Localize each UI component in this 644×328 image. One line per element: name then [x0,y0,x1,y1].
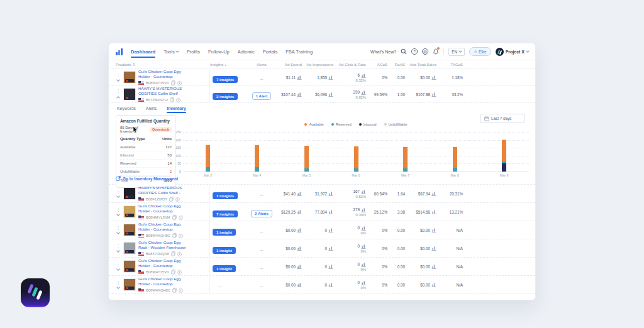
copy-icon[interactable] [172,288,177,293]
drag-handle-icon[interactable]: ⋮ [116,74,121,77]
mini-chart-icon[interactable] [361,73,366,78]
mini-chart-icon[interactable] [328,264,333,269]
copy-icon[interactable] [171,80,175,85]
info-icon[interactable] [176,98,180,102]
expand-chevron-icon[interactable] [116,96,120,100]
nav-item-adtomic[interactable]: Adtomic [238,44,255,60]
app-logo-icon[interactable] [115,48,123,56]
product-title-link[interactable]: Gui's Chicken Coop Egg Holder - Countert… [138,276,190,287]
copy-icon[interactable] [170,97,174,102]
column-header-ads-total-sales[interactable]: Ads Total Sales [409,62,440,67]
drag-handle-icon[interactable]: ⋮ [116,281,121,284]
insights-button[interactable]: 2 insights [213,93,238,100]
mini-chart-icon[interactable] [297,282,302,287]
mini-chart-icon[interactable] [361,226,366,231]
alerts-button[interactable]: 2 Alerts [251,210,272,217]
product-title-link[interactable]: HAARY'S MYSTERIOUS ODDITIES Coffin Shelf… [138,185,190,195]
mini-chart-icon[interactable] [361,280,366,285]
support-icon[interactable]: @ [422,48,428,55]
product-thumbnail[interactable] [123,71,136,84]
search-icon[interactable] [401,48,407,55]
product-title-link[interactable]: Gui's Chicken Coop Egg Rack - Wooden Far… [138,240,190,250]
info-icon[interactable] [177,81,182,85]
product-thumbnail[interactable] [123,260,136,273]
mini-chart-icon[interactable] [328,282,333,287]
mini-chart-icon[interactable] [328,209,333,214]
column-header-alerts[interactable]: Alerts [247,62,277,67]
insights-button[interactable]: 1 insight [213,265,236,272]
mini-chart-icon[interactable] [361,189,366,194]
drag-handle-icon[interactable]: ⋮ [116,263,121,266]
mini-chart-icon[interactable] [431,92,436,97]
bar-reserved-mar-7[interactable] [403,168,408,172]
nav-item-fba-training[interactable]: FBA Training [286,44,313,60]
tab-inventory[interactable]: Inventory [167,104,186,113]
product-thumbnail[interactable] [123,242,136,254]
tab-keywords[interactable]: Keywords [117,104,136,113]
copy-icon[interactable] [171,270,175,275]
bar-available-mar-8[interactable] [453,147,457,168]
column-header-ad-impressions[interactable]: Ad Impressions [306,62,337,67]
bar-available-mar-7[interactable] [403,147,408,169]
expand-chevron-icon[interactable] [116,78,120,82]
product-title-link[interactable]: Gui's Chicken Coop Egg Holder - Countert… [138,222,190,232]
plan-badge[interactable]: ☆Elite [469,47,491,56]
mini-chart-icon[interactable] [361,244,366,249]
alerts-button[interactable]: 1 Alert [252,92,271,100]
insights-button[interactable]: 7 insights [213,192,238,199]
insights-button[interactable]: 1 insight [213,229,236,236]
copy-icon[interactable] [172,233,177,238]
column-header-products[interactable]: Products ⇅ [116,62,210,67]
column-header-acos[interactable]: ACoS [370,62,391,67]
bar-available-mar-6[interactable] [354,146,358,168]
drag-handle-icon[interactable]: ⋮ [116,190,121,193]
mini-chart-icon[interactable] [431,191,436,196]
bar-reserved-mar-8[interactable] [453,168,457,172]
mini-chart-icon[interactable] [297,209,302,214]
mini-chart-icon[interactable] [361,90,366,95]
help-icon[interactable]: ? [411,48,418,55]
expand-chevron-icon[interactable] [116,267,120,271]
product-thumbnail[interactable] [123,187,136,200]
bar-available-mar-9[interactable] [502,139,506,161]
info-icon[interactable] [179,234,183,238]
mini-chart-icon[interactable] [361,262,366,267]
mini-chart-icon[interactable] [328,75,333,80]
expand-chevron-icon[interactable] [116,285,120,289]
drag-handle-icon[interactable]: ⋮ [116,226,121,229]
column-header-tacos[interactable]: TACoS [440,62,467,67]
date-range-select[interactable]: Last 7 days [480,114,525,123]
expand-chevron-icon[interactable] [116,231,120,234]
language-select[interactable]: EN [448,48,465,56]
sort-desc-icon[interactable]: ↓ [225,62,226,67]
product-title-link[interactable]: Gui's Chicken Coop Egg Holder - Countert… [138,69,190,79]
info-icon[interactable] [179,288,183,293]
bar-reserved-mar-6[interactable] [354,168,358,172]
legend-item-available[interactable]: Available [304,123,323,126]
sort-icon[interactable]: ⇅ [132,62,135,67]
inventory-management-link[interactable]: Go to Inventory Management [116,176,178,181]
insights-button[interactable]: 7 insights [213,76,238,83]
mini-chart-icon[interactable] [431,75,436,80]
expand-chevron-icon[interactable] [116,249,120,253]
mini-chart-icon[interactable] [431,264,436,269]
bar-unfulfillable-mar-9[interactable] [502,139,506,140]
product-title-link[interactable]: Gui's Chicken Coop Egg Holder - Countert… [138,204,190,214]
info-icon[interactable] [177,270,182,275]
legend-item-unfulfillable[interactable]: Unfulfillable [384,123,408,126]
mini-chart-icon[interactable] [328,227,333,232]
bar-available-mar-4[interactable] [255,145,259,167]
bar-reserved-mar-9[interactable] [502,161,506,164]
mini-chart-icon[interactable] [431,282,436,287]
expand-chevron-icon[interactable] [116,212,120,216]
nav-item-profits[interactable]: Profits [187,44,200,60]
product-title-link[interactable]: HAARY'S MYSTERIOUS ODDITIES Coffin Shelf… [138,86,190,96]
bar-available-mar-5[interactable] [304,146,309,168]
nav-item-tools[interactable]: Tools [164,44,179,60]
mini-chart-icon[interactable] [297,246,302,251]
mini-chart-icon[interactable] [297,227,302,232]
product-thumbnail[interactable] [123,224,136,236]
legend-item-reserved[interactable]: Reserved [331,123,352,126]
product-thumbnail[interactable] [123,205,136,218]
column-header-roas[interactable]: RoAS [391,62,409,67]
